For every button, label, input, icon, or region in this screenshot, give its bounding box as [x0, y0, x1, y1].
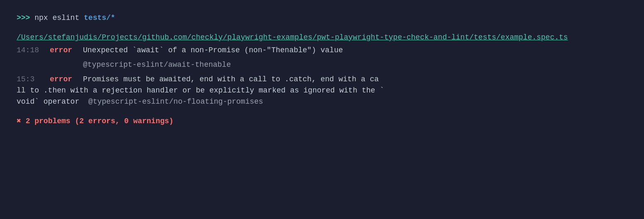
error-2-label: error	[50, 74, 83, 85]
prompt-line: >>> npx eslint tests/*	[17, 12, 627, 24]
prompt-command: npx eslint	[30, 14, 84, 22]
terminal-output: >>> npx eslint tests/* /Users/stefanjudi…	[17, 12, 627, 127]
error-2-message-line3: void` operator	[17, 97, 79, 106]
error-1-linecol: 14:18	[17, 45, 50, 56]
error-2-first-line: 15:3 error Promises must be awaited, end…	[17, 74, 627, 85]
prompt-argument: tests/*	[84, 14, 115, 22]
error-2-continuation: ll to .then with a rejection handler or …	[17, 85, 627, 107]
error-2-message-line2: ll to .then with a rejection handler or …	[17, 85, 627, 96]
file-path: /Users/stefanjudis/Projects/github.com/c…	[17, 32, 627, 43]
problems-summary: ✖ 2 problems (2 errors, 0 warnings)	[17, 116, 627, 127]
error-line-1: 14:18 error Unexpected `await` of a non-…	[17, 45, 627, 56]
x-mark-icon: ✖	[17, 117, 21, 125]
prompt-arrows: >>>	[17, 14, 30, 22]
error-1-label: error	[50, 45, 83, 56]
file-path-container: /Users/stefanjudis/Projects/github.com/c…	[17, 32, 627, 43]
error-2-rule: @typescript-eslint/no-floating-promises	[88, 97, 263, 106]
error-2-message-line1: Promises must be awaited, end with a cal…	[83, 74, 627, 85]
error-line-2: 15:3 error Promises must be awaited, end…	[17, 74, 627, 107]
error-1-rule-container: @typescript-eslint/await-thenable	[17, 59, 627, 71]
error-2-linecol: 15:3	[17, 74, 50, 85]
problems-text: 2 problems (2 errors, 0 warnings)	[21, 117, 173, 125]
error-1-message: Unexpected `await` of a non-Promise (non…	[83, 45, 627, 56]
error-1-rule: @typescript-eslint/await-thenable	[83, 59, 627, 71]
